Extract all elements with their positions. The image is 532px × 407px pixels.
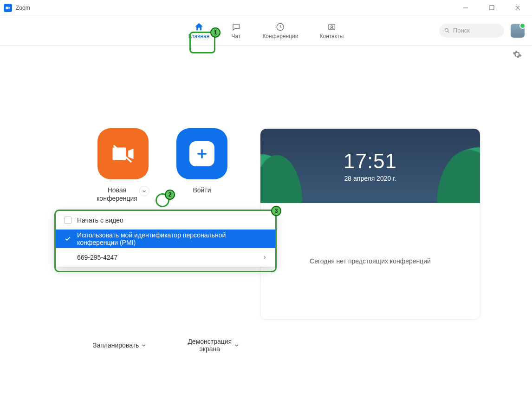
dropdown-start-video[interactable]: Начать с видео: [56, 211, 275, 230]
join-label: Войти: [193, 186, 211, 194]
tab-meetings[interactable]: Конференции: [259, 19, 302, 42]
video-off-icon: [110, 141, 136, 166]
svg-rect-2: [490, 6, 494, 10]
tab-chat-label: Чат: [231, 33, 240, 39]
chevron-down-icon: [234, 343, 239, 348]
start-video-label: Начать с видео: [77, 217, 123, 224]
svg-line-9: [448, 31, 449, 33]
share-label: Демонстрация экрана: [188, 338, 232, 353]
window-title: Zoom: [16, 5, 30, 11]
tab-home[interactable]: Главная: [185, 19, 214, 42]
use-pmi-label: Использовать мой идентификатор персональ…: [77, 231, 267, 246]
new-meeting-label: Новая конференция: [97, 186, 137, 203]
search-input[interactable]: Поиск: [439, 24, 504, 38]
window-controls: [460, 2, 528, 14]
clock-date: 28 апреля 2020 г.: [344, 175, 396, 182]
sub-toolbar: [0, 46, 532, 63]
callout-badge-2: 2: [165, 190, 175, 200]
settings-gear-icon[interactable]: [513, 50, 522, 59]
schedule-label: Запланировать: [93, 341, 139, 349]
profile-avatar[interactable]: [511, 24, 525, 38]
tab-contacts-label: Контакты: [319, 33, 344, 39]
titlebar: Zoom: [0, 0, 532, 16]
home-icon: [194, 22, 204, 32]
search-placeholder: Поиск: [453, 27, 470, 34]
clock-icon: [275, 22, 285, 32]
lower-tile-captions: Запланировать Демонстрация экрана: [93, 338, 239, 353]
svg-point-7: [331, 26, 332, 27]
zoom-app-icon: [4, 4, 12, 12]
chat-icon: [231, 22, 241, 32]
dropdown-use-pmi[interactable]: Использовать мой идентификатор персональ…: [56, 230, 275, 248]
chevron-right-icon: [262, 255, 267, 260]
close-button[interactable]: [512, 2, 524, 14]
clock-time: 17:51: [344, 150, 397, 173]
pmi-number-label: 669-295-4247: [77, 254, 117, 261]
tab-home-label: Главная: [188, 33, 210, 39]
callout-badge-1: 1: [210, 27, 221, 38]
top-toolbar: Главная Чат Конференции Контакты Поиск: [0, 16, 532, 46]
contacts-icon: [326, 22, 337, 32]
dropdown-pmi-number[interactable]: 669-295-4247: [56, 248, 275, 267]
checkmark-icon: [64, 236, 71, 242]
tab-meetings-label: Конференции: [262, 33, 298, 39]
nav-tabs: Главная Чат Конференции Контакты: [185, 19, 348, 42]
new-meeting-dropdown: Начать с видео Использовать мой идентифи…: [56, 211, 275, 267]
svg-rect-0: [6, 7, 9, 9]
empty-state-text: Сегодня нет предстоящих конференций: [310, 257, 431, 265]
minimize-button[interactable]: [460, 2, 472, 14]
checkbox-unchecked-icon: [64, 217, 71, 224]
search-icon: [444, 27, 450, 34]
callout-badge-3: 3: [271, 206, 281, 216]
maximize-button[interactable]: [486, 2, 498, 14]
chevron-down-icon: [142, 189, 146, 193]
new-meeting-dropdown-button[interactable]: [139, 186, 149, 196]
plus-icon: [195, 147, 208, 160]
tab-contacts[interactable]: Контакты: [316, 19, 347, 42]
panel-hero: 17:51 28 апреля 2020 г.: [260, 129, 480, 203]
svg-rect-6: [329, 24, 335, 30]
svg-point-8: [445, 28, 448, 32]
chevron-down-icon: [142, 343, 146, 348]
upcoming-panel: 17:51 28 апреля 2020 г. Сегодня нет пред…: [260, 128, 480, 320]
tab-chat[interactable]: Чат: [227, 19, 245, 42]
